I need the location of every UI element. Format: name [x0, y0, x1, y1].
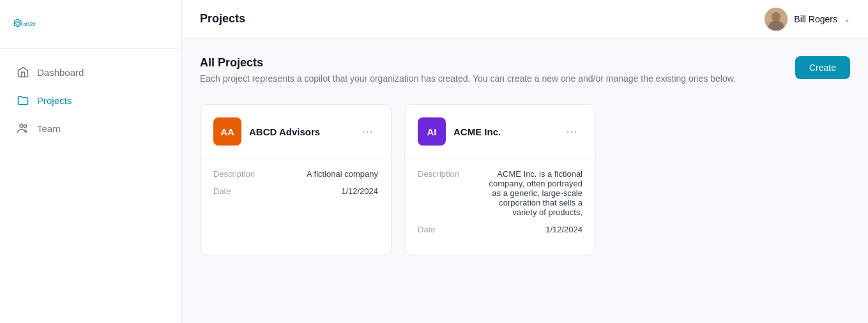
more-options-button-abcd[interactable]: ⋯ — [356, 123, 378, 140]
content-header: All Projects Each project represents a c… — [200, 56, 850, 99]
description-value-abcd: A fictional company — [307, 169, 378, 179]
folder-icon — [17, 94, 29, 107]
project-name-abcd: ABCD Advisors — [249, 126, 320, 137]
sidebar-item-projects[interactable]: Projects — [8, 87, 174, 113]
sidebar: ai12z Dashboard Projects T — [0, 0, 182, 323]
card-divider-acme — [405, 158, 595, 159]
section-info: All Projects Each project represents a c… — [200, 56, 736, 99]
card-title-row-abcd: AA ABCD Advisors — [213, 117, 320, 146]
avatar-photo — [765, 8, 788, 31]
team-icon — [17, 122, 29, 135]
sidebar-item-projects-label: Projects — [37, 95, 72, 106]
sidebar-nav: Dashboard Projects Team — [0, 49, 181, 151]
card-divider-abcd — [201, 158, 391, 159]
page-title: Projects — [200, 12, 245, 26]
logo-area: ai12z — [0, 0, 181, 49]
description-value-acme: ACME Inc. is a fictional company, often … — [480, 169, 582, 217]
sidebar-item-team-label: Team — [37, 123, 61, 134]
sidebar-item-dashboard-label: Dashboard — [37, 67, 84, 78]
card-header-abcd: AA ABCD Advisors ⋯ — [213, 117, 378, 146]
section-description: Each project represents a copilot that y… — [200, 73, 736, 84]
section-title: All Projects — [200, 56, 736, 70]
avatar-initials — [765, 8, 788, 31]
svg-marker-1 — [16, 21, 20, 26]
svg-text:ai12z: ai12z — [23, 21, 35, 27]
logo-icon: ai12z — [13, 11, 46, 37]
home-icon — [17, 66, 29, 79]
description-label-abcd: Description — [213, 169, 264, 179]
svg-marker-0 — [15, 19, 21, 27]
card-title-row-acme: AI ACME Inc. — [418, 117, 501, 146]
project-card-abcd-advisors: AA ABCD Advisors ⋯ Description A fiction… — [200, 104, 392, 255]
create-button[interactable]: Create — [795, 56, 850, 79]
user-name: Bill Rogers — [794, 14, 837, 24]
project-card-acme: AI ACME Inc. ⋯ Description ACME Inc. is … — [404, 104, 596, 255]
user-menu[interactable]: Bill Rogers ⌄ — [765, 8, 850, 31]
sidebar-item-dashboard[interactable]: Dashboard — [8, 59, 174, 85]
date-label-acme: Date — [418, 225, 469, 234]
more-options-button-acme[interactable]: ⋯ — [561, 123, 582, 140]
content-area: All Projects Each project represents a c… — [182, 38, 868, 323]
description-field-abcd: Description A fictional company — [213, 169, 378, 179]
description-label-acme: Description — [418, 169, 469, 179]
svg-point-5 — [24, 125, 26, 128]
project-avatar-acme: AI — [418, 117, 446, 146]
svg-marker-2 — [19, 22, 19, 23]
main-area: Projects Bill Rogers ⌄ All Projects Each… — [182, 0, 868, 323]
projects-grid: AA ABCD Advisors ⋯ Description A fiction… — [200, 104, 850, 255]
project-name-acme: ACME Inc. — [453, 126, 501, 137]
sidebar-item-team[interactable]: Team — [8, 116, 174, 141]
date-field-acme: Date 1/12/2024 — [418, 225, 582, 234]
date-field-abcd: Date 1/12/2024 — [213, 186, 378, 196]
date-value-abcd: 1/12/2024 — [341, 186, 378, 196]
project-initials-acme: AI — [427, 126, 437, 137]
date-value-acme: 1/12/2024 — [545, 225, 582, 234]
description-field-acme: Description ACME Inc. is a fictional com… — [418, 169, 582, 217]
project-initials-abcd: AA — [220, 126, 234, 137]
date-label-abcd: Date — [213, 186, 264, 196]
project-avatar-abcd: AA — [213, 117, 241, 146]
card-header-acme: AI ACME Inc. ⋯ — [418, 117, 582, 146]
chevron-down-icon: ⌄ — [844, 15, 850, 24]
svg-point-4 — [20, 124, 23, 127]
avatar — [765, 8, 788, 31]
svg-point-7 — [772, 12, 780, 21]
header: Projects Bill Rogers ⌄ — [182, 0, 868, 38]
